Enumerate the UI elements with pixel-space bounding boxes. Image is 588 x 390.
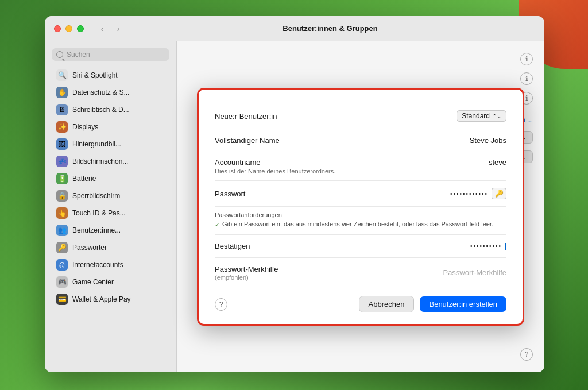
gamecenter-icon: 🎮 <box>56 276 68 288</box>
siri-icon: 🔍 <box>56 69 68 81</box>
hintergrund-icon: 🖼 <box>56 138 68 150</box>
wallet-icon: 💳 <box>56 294 68 305</box>
bildschirm-icon: 💤 <box>56 156 68 167</box>
confirm-value-container: •••••••••• <box>470 243 506 250</box>
cancel-button[interactable]: Abbrechen <box>359 296 415 312</box>
sidebar-item-passwoerter[interactable]: 🔑 Passwörter <box>48 239 173 256</box>
search-icon <box>56 51 63 58</box>
eye-icon: 🔑 <box>495 190 504 198</box>
confirm-row: Bestätigen •••••••••• <box>215 235 506 258</box>
hint-group: Passwort-Merkhilfe (empfohlen) Passwort-… <box>215 258 506 287</box>
req-text: Gib ein Passwort ein, das aus mindestens… <box>222 221 493 227</box>
back-arrow[interactable]: ‹ <box>95 22 109 36</box>
fullname-row: Vollständiger Name Steve Jobs <box>215 129 506 152</box>
accountname-group: Accountname steve Dies ist der Name dein… <box>215 152 506 181</box>
sidebar-item-hintergrund[interactable]: 🖼 Hintergrundbil... <box>48 136 173 153</box>
search-box[interactable]: Suchen <box>52 48 169 61</box>
sidebar-item-label: Datenschutz & S... <box>72 88 129 96</box>
sidebar-item-label: Game Center <box>72 278 114 286</box>
req-title: Passwortanforderungen <box>215 211 506 218</box>
sidebar-item-batterie[interactable]: 🔋 Batterie <box>48 170 173 187</box>
sidebar-item-label: Siri & Spotlight <box>72 71 118 79</box>
displays-icon: ✨ <box>56 121 68 133</box>
window-body: Suchen 🔍 Siri & Spotlight ✋ Datenschutz … <box>45 41 544 372</box>
help-button[interactable]: ? <box>520 348 533 361</box>
maximize-button[interactable] <box>77 25 84 32</box>
sidebar-item-label: Sperrbildschirm <box>72 192 120 200</box>
sidebar: Suchen 🔍 Siri & Spotlight ✋ Datenschutz … <box>45 41 177 372</box>
accountname-header: Accountname steve <box>215 158 506 167</box>
sidebar-item-label: Wallet & Apple Pay <box>72 295 131 303</box>
sidebar-item-touchid[interactable]: 👆 Touch ID & Pas... <box>48 204 173 222</box>
main-content: ℹ ℹ ℹ ... ein hinzufügen ... Deaktiviert… <box>177 41 544 372</box>
info-button-2[interactable]: ℹ <box>520 72 533 85</box>
confirm-label: Bestätigen <box>215 242 250 250</box>
sidebar-item-wallet[interactable]: 💳 Wallet & Apple Pay <box>48 291 173 308</box>
macos-window: ‹ › Benutzer:innen & Gruppen Suchen 🔍 Si… <box>45 16 544 372</box>
sidebar-item-label: Batterie <box>72 175 96 183</box>
sidebar-item-benutzer[interactable]: 👥 Benutzer:inne... <box>48 222 173 239</box>
nav-arrows: ‹ › <box>95 22 125 36</box>
confirm-dots[interactable]: •••••••••• <box>470 243 502 249</box>
close-button[interactable] <box>54 25 61 32</box>
sidebar-item-displays[interactable]: ✨ Displays <box>48 118 173 136</box>
modal-body: Neue:r Benutzer:in Standard ⌃⌄ Vollständ… <box>199 90 523 287</box>
password-row: Passwort •••••••••••• 🔑 <box>215 181 506 207</box>
internetaccounts-icon: @ <box>56 259 68 271</box>
sidebar-item-sperrbildschirm[interactable]: 🔒 Sperrbildschirm <box>48 187 173 204</box>
sidebar-item-gamecenter[interactable]: 🎮 Game Center <box>48 273 173 291</box>
hint-header: Passwort-Merkhilfe (empfohlen) Passwort-… <box>215 264 506 281</box>
sidebar-item-label: Displays <box>72 123 98 131</box>
password-reveal-button[interactable]: 🔑 <box>492 188 506 199</box>
sperrbildschirm-icon: 🔒 <box>56 190 68 202</box>
sidebar-item-siri[interactable]: 🔍 Siri & Spotlight <box>48 67 173 84</box>
info-button-1[interactable]: ℹ <box>520 53 533 65</box>
modal-help-button[interactable]: ? <box>215 298 227 311</box>
password-label: Passwort <box>215 190 245 198</box>
password-dots[interactable]: •••••••••••• <box>450 191 488 197</box>
sidebar-item-label: Bildschirmschon... <box>72 157 128 165</box>
create-user-button[interactable]: Benutzer:in erstellen <box>420 296 506 312</box>
benutzer-icon: 👥 <box>56 225 68 236</box>
forward-arrow[interactable]: › <box>111 22 125 36</box>
sidebar-item-label: Schreibtisch & D... <box>72 106 129 114</box>
search-placeholder: Suchen <box>67 51 90 59</box>
accountname-sublabel: Dies ist der Name deines Benutzerordners… <box>215 168 506 175</box>
sidebar-item-datenschutz[interactable]: ✋ Datenschutz & S... <box>48 84 173 101</box>
traffic-lights <box>54 25 84 32</box>
sidebar-item-schreibtisch[interactable]: 🖥 Schreibtisch & D... <box>48 101 173 118</box>
req-item-1: ✓ Gib ein Passwort ein, das aus mindeste… <box>215 221 506 229</box>
schreibtisch-icon: 🖥 <box>56 104 68 115</box>
batterie-icon: 🔋 <box>56 173 68 184</box>
cursor-indicator <box>505 243 506 250</box>
sidebar-item-label: Internetaccounts <box>72 261 123 269</box>
datenschutz-icon: ✋ <box>56 87 68 98</box>
minimize-button[interactable] <box>65 25 72 32</box>
hint-input[interactable]: Passwort-Merkhilfe <box>443 268 506 277</box>
new-user-label: Neue:r Benutzer:in <box>215 112 277 121</box>
accountname-value[interactable]: steve <box>489 158 506 167</box>
user-type-select[interactable]: Standard ⌃⌄ <box>457 110 506 122</box>
accountname-label: Accountname <box>215 158 261 167</box>
sidebar-item-label: Passwörter <box>72 244 107 252</box>
sidebar-item-internetaccounts[interactable]: @ Internetaccounts <box>48 256 173 273</box>
modal-footer: ? Abbrechen Benutzer:in erstellen <box>199 287 523 324</box>
sidebar-item-bildschirmschoner[interactable]: 💤 Bildschirmschon... <box>48 153 173 170</box>
hint-label: Passwort-Merkhilfe <box>215 265 278 273</box>
select-chevron-icon: ⌃⌄ <box>492 113 501 119</box>
password-requirements: Passwortanforderungen ✓ Gib ein Passwort… <box>215 207 506 235</box>
touchid-icon: 👆 <box>56 207 68 219</box>
passwoerter-icon: 🔑 <box>56 242 68 253</box>
sidebar-item-label: Hintergrundbil... <box>72 140 121 148</box>
password-value-container: •••••••••••• 🔑 <box>450 188 506 199</box>
check-icon: ✓ <box>215 221 220 229</box>
fullname-label: Vollständiger Name <box>215 136 280 145</box>
user-type-value: Standard <box>462 112 490 120</box>
title-bar: ‹ › Benutzer:innen & Gruppen <box>45 16 544 41</box>
new-user-row: Neue:r Benutzer:in Standard ⌃⌄ <box>215 103 506 129</box>
sidebar-item-label: Benutzer:inne... <box>72 226 121 234</box>
new-user-modal: Neue:r Benutzer:in Standard ⌃⌄ Vollständ… <box>197 88 524 326</box>
sidebar-item-label: Touch ID & Pas... <box>72 209 126 217</box>
fullname-value[interactable]: Steve Jobs <box>470 136 506 145</box>
footer-buttons: Abbrechen Benutzer:in erstellen <box>359 296 506 312</box>
